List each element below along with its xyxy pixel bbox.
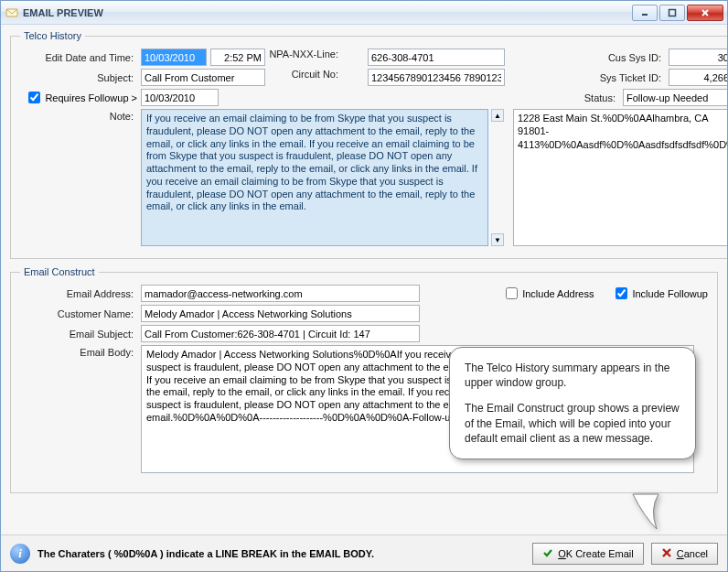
requires-followup-checkbox[interactable] [28,92,40,103]
include-address-label: Include Address [522,288,594,299]
circuit-label: Circuit No: [269,69,342,86]
check-icon [542,547,553,560]
window-buttons [632,5,723,21]
include-followup-wrap[interactable]: Include Followup [616,287,708,299]
include-address-checkbox[interactable] [506,287,518,299]
content-area: Telco History Edit Date and Time: NPA-NX… [1,25,727,534]
info-icon: i [10,544,30,564]
sys-ticket-label: Sys Ticket ID: [600,72,665,83]
ok-create-email-button[interactable]: OK Create Email [532,543,644,565]
cus-sys-input[interactable] [669,49,727,66]
footer-bar: i The Charaters ( %0D%0A ) indicate a LI… [1,534,727,571]
edit-date-input[interactable] [141,49,207,66]
footer-hint: The Charaters ( %0D%0A ) indicate a LINE… [37,548,525,559]
callout-text-1: The Telco History summary appears in the… [465,361,680,390]
status-label: Status: [584,92,619,103]
svg-rect-2 [669,9,676,16]
customer-name-input[interactable] [141,305,420,322]
email-address-input[interactable] [141,285,420,302]
requires-followup-label: Requires Followup > [45,92,137,103]
maximize-button[interactable] [659,5,685,21]
help-callout: The Telco History summary appears in the… [449,347,696,459]
callout-text-2: The Email Construct group shows a previe… [465,401,680,446]
edit-time-input[interactable] [210,49,265,66]
email-preview-window: EMAIL PREVIEW Telco History Edit Date an… [0,0,728,572]
email-body-label: Email Body: [20,345,137,358]
subject-input[interactable] [141,69,265,86]
email-subject-label: Email Subject: [20,329,137,340]
note-scrollbar[interactable]: ▲ ▼ [491,109,504,246]
include-address-wrap[interactable]: Include Address [506,287,594,299]
note-textarea[interactable]: If you receive an email claiming to be f… [141,109,488,246]
customer-name-label: Customer Name: [20,308,137,319]
npa-input[interactable] [368,49,505,66]
note-label: Note: [20,109,137,122]
email-construct-legend: Email Construct [20,266,99,277]
scroll-up-icon[interactable]: ▲ [491,109,504,122]
subject-label: Subject: [20,72,137,83]
npa-label: NPA-NXX-Line: [269,49,342,66]
email-subject-input[interactable] [141,325,420,342]
telco-history-legend: Telco History [20,30,85,41]
edit-date-time-label: Edit Date and Time: [20,52,137,63]
cus-sys-label: Cus Sys ID: [608,52,665,63]
window-title: EMAIL PREVIEW [23,7,632,18]
address-box[interactable]: 1228 East Main St.%0D%0AAlhambra, CA 918… [513,109,727,246]
x-icon [661,547,672,560]
status-input[interactable] [623,89,727,106]
email-address-label: Email Address: [20,288,137,299]
circuit-input[interactable] [368,69,505,86]
scroll-down-icon[interactable]: ▼ [491,233,504,246]
sys-ticket-input[interactable] [669,69,727,86]
followup-date-input[interactable] [141,89,219,106]
close-button[interactable] [687,5,723,21]
envelope-icon [5,5,19,20]
cancel-button[interactable]: Cancel [651,543,718,565]
include-followup-checkbox[interactable] [616,287,627,299]
minimize-button[interactable] [632,5,658,21]
titlebar[interactable]: EMAIL PREVIEW [1,1,727,25]
include-followup-label: Include Followup [632,288,708,299]
telco-history-group: Telco History Edit Date and Time: NPA-NX… [10,30,727,259]
